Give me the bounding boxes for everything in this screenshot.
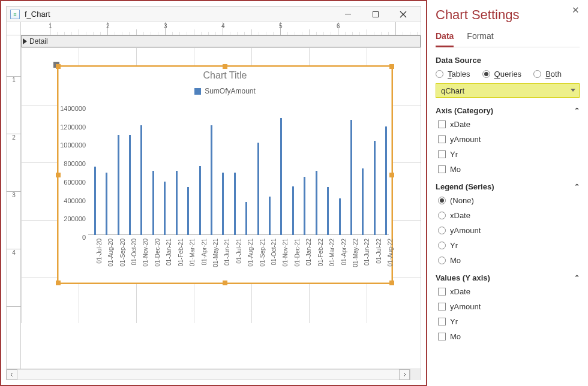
minimize-button[interactable] (334, 7, 362, 22)
y-axis-label: 200000 (57, 215, 86, 222)
axis-check-yr[interactable]: Yr (438, 150, 580, 159)
checkbox-icon (438, 165, 446, 173)
detail-section-header[interactable]: Detail (21, 35, 421, 47)
chart-bar (222, 173, 224, 235)
legend-heading[interactable]: Legend (Series)⌃ (436, 182, 580, 191)
option-label: Yr (450, 150, 458, 159)
chart-bar (292, 186, 294, 235)
close-button[interactable] (389, 7, 417, 22)
chart-bar (129, 135, 131, 235)
resize-handle-mb[interactable] (223, 281, 227, 285)
option-label: yAmount (450, 135, 481, 144)
collapse-icon: ⌃ (574, 274, 580, 282)
form-window: ≡ f_Chart 123456 1234 (6, 6, 421, 380)
checkbox-icon (438, 120, 446, 128)
checkbox-icon (438, 288, 446, 295)
chart-bar (176, 171, 178, 236)
radio-icon (438, 227, 446, 234)
option-label: xDate (450, 287, 470, 296)
values-check-mo[interactable]: Mo (438, 332, 580, 341)
maximize-button[interactable] (362, 7, 389, 22)
option-label: xDate (450, 120, 470, 129)
values-heading[interactable]: Values (Y axis)⌃ (436, 273, 580, 282)
chart-legend: SumOfyAmount (58, 87, 392, 95)
vertical-ruler: 1234 (7, 35, 21, 369)
y-axis-label: 1000000 (57, 141, 86, 149)
axis-check-xdate[interactable]: xDate (438, 120, 580, 129)
legend-radio-none[interactable]: (None) (438, 196, 580, 205)
data-source-heading: Data Source (436, 56, 580, 65)
x-axis-label: 01-Aug-22 (387, 239, 421, 267)
scroll-right-button[interactable] (399, 369, 410, 380)
y-axis-label: 0 (57, 234, 86, 241)
chart-control[interactable]: Chart Title SumOfyAmount 01-Jul-2001-Aug… (57, 65, 393, 284)
collapse-icon: ⌃ (574, 107, 580, 114)
resize-handle-tr[interactable] (389, 64, 394, 69)
close-panel-icon[interactable]: ✕ (572, 5, 580, 16)
legend-radio-yamount[interactable]: yAmount (438, 226, 580, 235)
chart-bar (374, 141, 376, 235)
checkbox-icon (438, 150, 446, 158)
chart-bar (94, 167, 96, 235)
y-axis-label: 1400000 (57, 105, 86, 112)
axis-check-yamount[interactable]: yAmount (438, 135, 580, 144)
checkbox-icon (438, 318, 446, 325)
chart-settings-panel: ✕ Chart Settings Data Format Data Source… (427, 0, 588, 386)
chart-bar (327, 187, 329, 235)
chart-bar (280, 118, 282, 235)
resize-handle-mr[interactable] (389, 173, 394, 177)
radio-both[interactable]: Both (533, 70, 562, 79)
panel-title: Chart Settings (436, 7, 580, 23)
tab-format[interactable]: Format (467, 29, 493, 47)
y-axis-label: 400000 (57, 197, 86, 204)
radio-icon (438, 257, 446, 264)
option-label: yAmount (450, 226, 481, 235)
chart-bar (339, 198, 341, 235)
legend-radio-xdate[interactable]: xDate (438, 211, 580, 220)
values-check-xdate[interactable]: xDate (438, 287, 580, 296)
chart-bar (187, 187, 189, 235)
resize-handle-mt[interactable] (223, 64, 227, 69)
radio-icon (438, 197, 446, 204)
scroll-track[interactable] (17, 369, 399, 380)
option-label: Mo (450, 256, 461, 265)
chart-bar (118, 135, 119, 235)
chart-bar (304, 177, 305, 235)
data-source-combo[interactable]: qChart (436, 83, 580, 98)
checkbox-icon (438, 135, 446, 143)
detail-label: Detail (29, 37, 48, 46)
form-titlebar: ≡ f_Chart (7, 7, 421, 22)
radio-tables[interactable]: Tables (436, 70, 470, 79)
y-axis-label: 800000 (57, 160, 86, 167)
y-axis-label: 1200000 (57, 123, 86, 131)
chart-bar (106, 173, 107, 235)
axis-heading[interactable]: Axis (Category)⌃ (436, 106, 580, 115)
chart-bar (199, 166, 201, 235)
chart-bar (211, 125, 212, 235)
values-check-yamount[interactable]: yAmount (438, 302, 580, 311)
option-label: xDate (450, 211, 470, 220)
radio-queries[interactable]: Queries (482, 70, 522, 79)
radio-icon (438, 212, 446, 219)
option-label: Yr (450, 241, 458, 250)
checkbox-icon (438, 333, 446, 340)
chart-bar (245, 202, 247, 235)
scroll-left-button[interactable] (7, 369, 17, 380)
horizontal-scrollbar[interactable] (7, 369, 421, 379)
chart-bar (350, 120, 352, 235)
resize-handle-br[interactable] (389, 281, 394, 285)
data-source-radios: Tables Queries Both (436, 70, 580, 79)
legend-radio-yr[interactable]: Yr (438, 241, 580, 250)
chart-bar (385, 126, 387, 235)
chart-bar (140, 125, 142, 235)
y-axis-label: 600000 (57, 179, 86, 186)
chart-bar (362, 168, 364, 235)
option-label: (None) (450, 196, 474, 205)
chart-plot-area (88, 108, 389, 235)
legend-radio-mo[interactable]: Mo (438, 256, 580, 265)
chart-bar (257, 143, 259, 235)
design-canvas[interactable]: Detail (21, 35, 421, 369)
axis-check-mo[interactable]: Mo (438, 165, 580, 174)
tab-data[interactable]: Data (436, 29, 454, 47)
values-check-yr[interactable]: Yr (438, 317, 580, 326)
